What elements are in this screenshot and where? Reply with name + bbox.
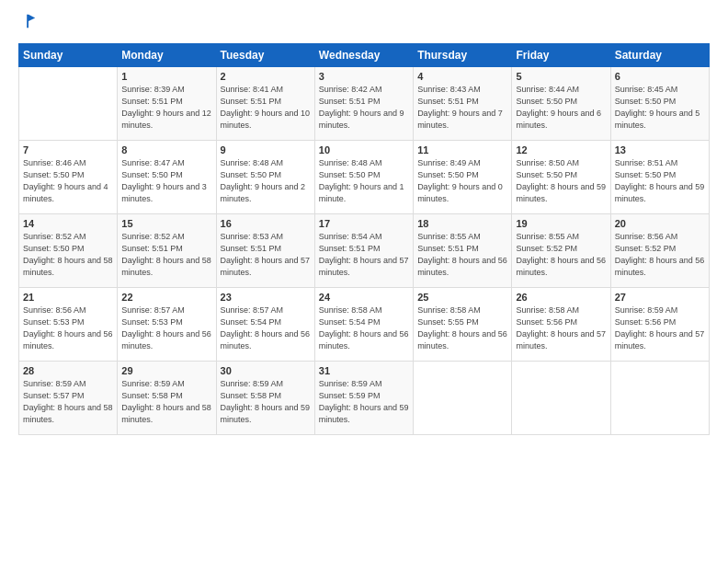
day-number: 29 xyxy=(121,365,211,376)
calendar-cell: 3Sunrise: 8:42 AMSunset: 5:51 PMDaylight… xyxy=(314,66,413,140)
calendar-cell: 15Sunrise: 8:52 AMSunset: 5:51 PMDayligh… xyxy=(118,213,216,287)
calendar-table: SundayMondayTuesdayWednesdayThursdayFrid… xyxy=(18,43,710,435)
day-info: Sunrise: 8:59 AMSunset: 5:57 PMDaylight:… xyxy=(23,378,113,426)
day-number: 19 xyxy=(516,218,606,229)
day-number: 30 xyxy=(221,365,311,376)
calendar-cell: 12Sunrise: 8:50 AMSunset: 5:50 PMDayligh… xyxy=(512,140,610,213)
day-number: 1 xyxy=(121,71,211,82)
calendar-cell: 18Sunrise: 8:55 AMSunset: 5:51 PMDayligh… xyxy=(414,213,512,287)
day-info: Sunrise: 8:57 AMSunset: 5:53 PMDaylight:… xyxy=(121,304,211,352)
day-info: Sunrise: 8:45 AMSunset: 5:50 PMDaylight:… xyxy=(615,84,705,132)
calendar-week-row: 14Sunrise: 8:52 AMSunset: 5:50 PMDayligh… xyxy=(19,213,710,287)
day-number: 27 xyxy=(615,292,705,303)
day-info: Sunrise: 8:50 AMSunset: 5:50 PMDaylight:… xyxy=(516,157,606,205)
calendar-cell: 16Sunrise: 8:53 AMSunset: 5:51 PMDayligh… xyxy=(216,213,314,287)
day-number: 3 xyxy=(319,71,409,82)
calendar-cell: 23Sunrise: 8:57 AMSunset: 5:54 PMDayligh… xyxy=(216,287,314,361)
day-info: Sunrise: 8:48 AMSunset: 5:50 PMDaylight:… xyxy=(221,157,311,205)
calendar-cell: 17Sunrise: 8:54 AMSunset: 5:51 PMDayligh… xyxy=(314,213,413,287)
day-info: Sunrise: 8:48 AMSunset: 5:50 PMDaylight:… xyxy=(319,157,409,205)
day-number: 16 xyxy=(221,218,311,229)
calendar-cell: 22Sunrise: 8:57 AMSunset: 5:53 PMDayligh… xyxy=(118,287,216,361)
calendar-cell: 14Sunrise: 8:52 AMSunset: 5:50 PMDayligh… xyxy=(19,213,118,287)
day-number: 8 xyxy=(121,144,211,155)
calendar-cell: 28Sunrise: 8:59 AMSunset: 5:57 PMDayligh… xyxy=(19,361,118,434)
day-info: Sunrise: 8:58 AMSunset: 5:56 PMDaylight:… xyxy=(516,304,606,352)
day-number: 13 xyxy=(615,144,705,155)
weekday-header-thursday: Thursday xyxy=(414,43,512,66)
weekday-header-monday: Monday xyxy=(118,43,216,66)
day-number: 23 xyxy=(221,292,311,303)
day-info: Sunrise: 8:41 AMSunset: 5:51 PMDaylight:… xyxy=(221,84,311,132)
day-number: 11 xyxy=(417,144,507,155)
calendar-cell: 5Sunrise: 8:44 AMSunset: 5:50 PMDaylight… xyxy=(512,66,610,140)
calendar-cell: 20Sunrise: 8:56 AMSunset: 5:52 PMDayligh… xyxy=(610,213,709,287)
day-info: Sunrise: 8:55 AMSunset: 5:52 PMDaylight:… xyxy=(516,231,606,279)
calendar-week-row: 1Sunrise: 8:39 AMSunset: 5:51 PMDaylight… xyxy=(19,66,710,140)
weekday-header-tuesday: Tuesday xyxy=(216,43,314,66)
day-number: 5 xyxy=(516,71,606,82)
calendar-cell xyxy=(414,361,512,434)
day-info: Sunrise: 8:51 AMSunset: 5:50 PMDaylight:… xyxy=(615,157,705,205)
day-number: 10 xyxy=(319,144,409,155)
day-info: Sunrise: 8:59 AMSunset: 5:58 PMDaylight:… xyxy=(121,378,211,426)
day-number: 12 xyxy=(516,144,606,155)
weekday-header-sunday: Sunday xyxy=(19,43,118,66)
calendar-cell: 29Sunrise: 8:59 AMSunset: 5:58 PMDayligh… xyxy=(118,361,216,434)
day-info: Sunrise: 8:53 AMSunset: 5:51 PMDaylight:… xyxy=(221,231,311,279)
day-number: 15 xyxy=(121,218,211,229)
day-info: Sunrise: 8:46 AMSunset: 5:50 PMDaylight:… xyxy=(23,157,113,205)
day-info: Sunrise: 8:59 AMSunset: 5:58 PMDaylight:… xyxy=(221,378,311,426)
day-number: 2 xyxy=(221,71,311,82)
day-info: Sunrise: 8:54 AMSunset: 5:51 PMDaylight:… xyxy=(319,231,409,279)
calendar-cell: 9Sunrise: 8:48 AMSunset: 5:50 PMDaylight… xyxy=(216,140,314,213)
weekday-header-wednesday: Wednesday xyxy=(314,43,413,66)
day-number: 24 xyxy=(319,292,409,303)
day-info: Sunrise: 8:56 AMSunset: 5:53 PMDaylight:… xyxy=(23,304,113,352)
day-number: 31 xyxy=(319,365,409,376)
day-info: Sunrise: 8:52 AMSunset: 5:51 PMDaylight:… xyxy=(121,231,211,279)
day-number: 28 xyxy=(23,365,113,376)
day-number: 6 xyxy=(615,71,705,82)
calendar-cell: 25Sunrise: 8:58 AMSunset: 5:55 PMDayligh… xyxy=(414,287,512,361)
calendar-container: SundayMondayTuesdayWednesdayThursdayFrid… xyxy=(0,0,728,563)
weekday-header-row: SundayMondayTuesdayWednesdayThursdayFrid… xyxy=(19,43,710,66)
day-info: Sunrise: 8:56 AMSunset: 5:52 PMDaylight:… xyxy=(615,231,705,279)
calendar-cell: 11Sunrise: 8:49 AMSunset: 5:50 PMDayligh… xyxy=(414,140,512,213)
calendar-cell: 26Sunrise: 8:58 AMSunset: 5:56 PMDayligh… xyxy=(512,287,610,361)
calendar-cell: 6Sunrise: 8:45 AMSunset: 5:50 PMDaylight… xyxy=(610,66,709,140)
day-number: 26 xyxy=(516,292,606,303)
calendar-cell: 30Sunrise: 8:59 AMSunset: 5:58 PMDayligh… xyxy=(216,361,314,434)
day-number: 20 xyxy=(615,218,705,229)
day-number: 4 xyxy=(417,71,507,82)
weekday-header-saturday: Saturday xyxy=(610,43,709,66)
day-number: 17 xyxy=(319,218,409,229)
day-number: 9 xyxy=(221,144,311,155)
calendar-cell: 1Sunrise: 8:39 AMSunset: 5:51 PMDaylight… xyxy=(118,66,216,140)
day-info: Sunrise: 8:47 AMSunset: 5:50 PMDaylight:… xyxy=(121,157,211,205)
day-info: Sunrise: 8:57 AMSunset: 5:54 PMDaylight:… xyxy=(221,304,311,352)
calendar-cell xyxy=(512,361,610,434)
calendar-cell: 2Sunrise: 8:41 AMSunset: 5:51 PMDaylight… xyxy=(216,66,314,140)
day-info: Sunrise: 8:59 AMSunset: 5:59 PMDaylight:… xyxy=(319,378,409,426)
logo-flag-icon xyxy=(20,13,37,29)
calendar-cell: 27Sunrise: 8:59 AMSunset: 5:56 PMDayligh… xyxy=(610,287,709,361)
calendar-cell: 24Sunrise: 8:58 AMSunset: 5:54 PMDayligh… xyxy=(314,287,413,361)
calendar-cell: 10Sunrise: 8:48 AMSunset: 5:50 PMDayligh… xyxy=(314,140,413,213)
header xyxy=(18,15,710,34)
calendar-cell xyxy=(19,66,118,140)
calendar-cell xyxy=(610,361,709,434)
logo xyxy=(18,15,37,34)
day-number: 7 xyxy=(23,144,113,155)
calendar-cell: 21Sunrise: 8:56 AMSunset: 5:53 PMDayligh… xyxy=(19,287,118,361)
day-info: Sunrise: 8:42 AMSunset: 5:51 PMDaylight:… xyxy=(319,84,409,132)
calendar-week-row: 21Sunrise: 8:56 AMSunset: 5:53 PMDayligh… xyxy=(19,287,710,361)
calendar-cell: 31Sunrise: 8:59 AMSunset: 5:59 PMDayligh… xyxy=(314,361,413,434)
calendar-week-row: 7Sunrise: 8:46 AMSunset: 5:50 PMDaylight… xyxy=(19,140,710,213)
day-number: 25 xyxy=(417,292,507,303)
calendar-cell: 8Sunrise: 8:47 AMSunset: 5:50 PMDaylight… xyxy=(118,140,216,213)
day-number: 14 xyxy=(23,218,113,229)
calendar-cell: 19Sunrise: 8:55 AMSunset: 5:52 PMDayligh… xyxy=(512,213,610,287)
calendar-cell: 7Sunrise: 8:46 AMSunset: 5:50 PMDaylight… xyxy=(19,140,118,213)
day-info: Sunrise: 8:39 AMSunset: 5:51 PMDaylight:… xyxy=(121,84,211,132)
